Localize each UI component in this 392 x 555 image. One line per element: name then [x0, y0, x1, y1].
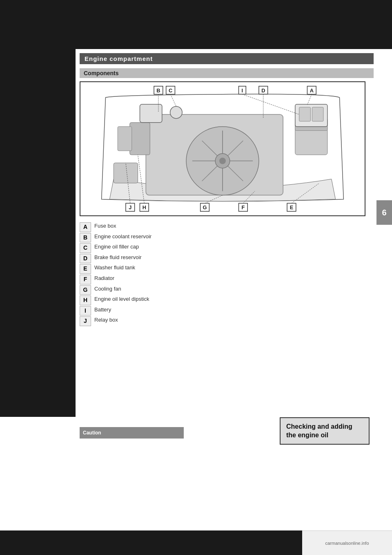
component-description: Radiator: [94, 275, 374, 282]
component-letter: H: [80, 295, 91, 305]
list-item: A Fuse box: [80, 222, 374, 232]
svg-rect-36: [299, 107, 311, 121]
svg-text:B: B: [156, 87, 160, 94]
svg-rect-38: [114, 163, 138, 183]
component-letter: D: [80, 254, 91, 264]
component-description: Relay box: [94, 316, 374, 324]
list-item: H Engine oil level dipstick: [80, 295, 374, 305]
component-description: Washer fluid tank: [94, 264, 374, 271]
list-item: E Washer fluid tank: [80, 264, 374, 274]
svg-rect-33: [140, 104, 162, 122]
component-description: Engine oil level dipstick: [94, 295, 374, 303]
component-description: Engine coolant reservoir: [94, 233, 374, 240]
component-letter: G: [80, 285, 91, 295]
component-list: A Fuse box B Engine coolant reservoir C …: [80, 222, 374, 326]
list-item: J Relay box: [80, 316, 374, 326]
section-header: Engine compartment: [80, 53, 374, 64]
svg-text:A: A: [310, 87, 314, 94]
list-item: I Battery: [80, 306, 374, 316]
list-item: G Cooling fan: [80, 285, 374, 295]
svg-text:I: I: [242, 87, 243, 94]
component-description: Fuse box: [94, 222, 374, 230]
svg-text:G: G: [203, 204, 207, 210]
svg-text:E: E: [290, 204, 294, 210]
sub-header: Components: [80, 68, 374, 78]
engine-diagram: B C I D A J H G F E: [80, 81, 365, 216]
svg-text:D: D: [261, 87, 265, 94]
svg-point-34: [170, 106, 183, 119]
component-description: Cooling fan: [94, 285, 374, 293]
component-letter: B: [80, 233, 91, 243]
svg-text:J: J: [129, 204, 131, 210]
logo-area: carmanualsonline.info: [302, 530, 392, 555]
black-bottom-bar: [0, 530, 302, 555]
component-description: Engine oil filler cap: [94, 243, 374, 251]
svg-rect-37: [312, 107, 323, 121]
svg-rect-30: [118, 127, 132, 151]
svg-text:H: H: [143, 204, 146, 210]
component-letter: A: [80, 222, 91, 232]
component-letter: J: [80, 316, 91, 326]
svg-text:F: F: [241, 204, 245, 210]
list-item: B Engine coolant reservoir: [80, 233, 374, 243]
component-description: Battery: [94, 306, 374, 313]
list-item: D Brake fluid reservoir: [80, 254, 374, 264]
component-letter: I: [80, 306, 91, 316]
component-letter: F: [80, 275, 91, 284]
component-letter: E: [80, 264, 91, 274]
black-left-bar: [0, 49, 76, 417]
bottom-caution-strip: Caution: [80, 427, 184, 439]
page-container: 6 Engine compartment Components B C I: [0, 0, 392, 555]
black-top-bar: [0, 0, 392, 49]
chapter-tab: 6: [376, 200, 392, 225]
engine-oil-box: Checking and adding the engine oil: [280, 417, 370, 445]
list-item: F Radiator: [80, 275, 374, 284]
svg-rect-29: [130, 123, 150, 155]
svg-text:C: C: [169, 87, 172, 94]
list-item: C Engine oil filler cap: [80, 243, 374, 253]
component-letter: C: [80, 243, 91, 253]
component-description: Brake fluid reservoir: [94, 254, 374, 261]
main-content: Engine compartment Components B C I D: [80, 53, 374, 331]
svg-point-28: [219, 158, 226, 164]
